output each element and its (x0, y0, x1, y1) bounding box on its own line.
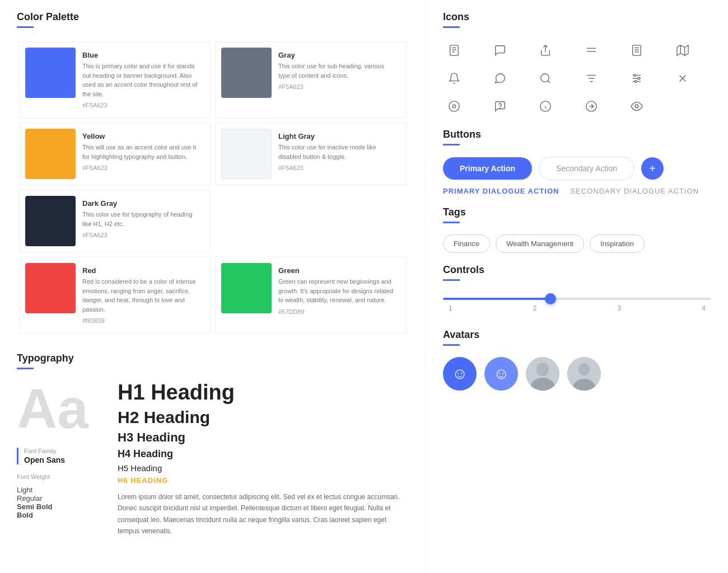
button-row: Primary Action Secondary Action + (443, 157, 711, 180)
color-name-darkgray: Dark Gray (82, 199, 198, 208)
color-swatch-green (221, 263, 272, 313)
avatars-row: ☺ ☺ (443, 357, 711, 391)
h3-heading: H3 Heading (118, 430, 409, 445)
tag-wealth-management[interactable]: Wealth Management (496, 234, 584, 253)
color-name-red: Red (82, 266, 198, 275)
font-family-item: Font Family Open Sans (17, 448, 65, 464)
color-hex-lightgray: #F5A623 (278, 165, 394, 171)
color-swatch-yellow (25, 129, 76, 179)
slider-label-3: 3 (618, 304, 622, 312)
svg-point-37 (536, 363, 549, 376)
link-row: PRIMARY DIALOGUE ACTION SECONDARY DIALOG… (443, 187, 711, 195)
share-icon[interactable] (534, 39, 557, 62)
color-swatch-blue (25, 48, 76, 98)
arrow-right-circle-icon[interactable] (580, 95, 603, 118)
slider-labels: 1 2 3 4 (443, 304, 711, 312)
message-icon[interactable] (489, 67, 511, 90)
color-info-green: Green Green can represent new beginnings… (272, 263, 400, 327)
avatar-smiley[interactable]: ☺ (484, 357, 518, 391)
svg-marker-11 (676, 45, 688, 55)
svg-point-23 (638, 77, 640, 79)
svg-point-22 (634, 74, 636, 77)
color-palette-title: Color Palette (17, 11, 409, 23)
slider-label-4: 4 (702, 304, 706, 312)
target-icon[interactable] (443, 95, 465, 118)
svg-line-15 (548, 81, 550, 83)
color-hex-red: #f83839 (82, 317, 198, 324)
font-weight-label: Font Weight (17, 473, 106, 480)
color-hex-blue: #F5A623 (82, 102, 198, 109)
h1-heading: H1 Heading (118, 381, 409, 405)
avatars-title: Avatars (443, 329, 711, 341)
tag-finance[interactable]: Finance (443, 234, 490, 253)
color-item-empty (213, 187, 409, 255)
color-swatch-gray (221, 48, 272, 98)
color-name-green: Green (278, 266, 394, 275)
primary-dialogue-button[interactable]: PRIMARY DIALOGUE ACTION (443, 187, 559, 195)
sliders-icon[interactable] (626, 67, 648, 90)
bell-icon[interactable] (443, 67, 465, 90)
controls-title: Controls (443, 264, 711, 276)
svg-rect-0 (450, 45, 459, 55)
color-info-blue: Blue This is primary color and use it fo… (76, 48, 204, 112)
chat-bubble-icon[interactable] (489, 39, 511, 62)
close-icon[interactable] (671, 67, 694, 90)
menu-icon[interactable] (580, 39, 603, 62)
avatar-photo-1[interactable] (526, 357, 559, 391)
color-hex-gray: #F5A623 (278, 83, 394, 90)
controls-section: Controls 1 2 3 4 (443, 264, 711, 318)
color-info-darkgray: Dark Gray This color use for typography … (76, 196, 204, 246)
typography-layout: Aa Font Family Open Sans Font Weight Lig… (17, 381, 409, 537)
tags-title: Tags (443, 206, 711, 218)
color-item-gray: Gray This color use for sub heading, var… (215, 41, 407, 118)
color-item-lightgray: Light Gray This color use for inactive m… (215, 123, 407, 185)
h2-heading: H2 Heading (118, 408, 409, 427)
search-icon[interactable] (534, 67, 557, 90)
color-desc-green: Green can represent new beginnings and g… (278, 277, 394, 305)
question-bubble-icon[interactable] (489, 95, 511, 118)
slider-container: 1 2 3 4 (443, 292, 711, 318)
color-item-darkgray: Dark Gray This color use for typography … (19, 190, 211, 252)
h5-heading: H5 Heading (118, 463, 409, 473)
svg-rect-7 (633, 45, 641, 55)
h6-heading: H6 HEADING (118, 476, 409, 485)
color-info-lightgray: Light Gray This color use for inactive m… (272, 129, 400, 179)
secondary-dialogue-button[interactable]: SECONDARY DIALOGUE ACTION (570, 187, 699, 195)
info-circle-icon[interactable] (534, 95, 557, 118)
document-icon[interactable] (443, 39, 465, 62)
map-icon[interactable] (671, 39, 694, 62)
document-text-icon[interactable] (626, 39, 648, 62)
primary-action-button[interactable]: Primary Action (443, 157, 532, 180)
font-weight-light: Light (17, 486, 106, 494)
color-info-yellow: Yellow This will use as an accent color … (76, 129, 204, 179)
avatar-photo-svg-1 (526, 357, 559, 391)
secondary-action-button[interactable]: Secondary Action (539, 157, 634, 180)
color-palette-section: Color Palette Blue This is primary color… (17, 11, 409, 336)
color-hex-yellow: #F5A623 (82, 165, 198, 171)
color-info-gray: Gray This color use for sub heading, var… (272, 48, 400, 112)
eye-icon[interactable] (626, 95, 648, 118)
color-name-gray: Gray (278, 51, 394, 59)
svg-point-35 (635, 105, 638, 108)
ghost-icon: ☺ (452, 365, 468, 383)
add-icon-button[interactable]: + (641, 157, 664, 180)
avatar-photo-2[interactable] (567, 357, 601, 391)
color-desc-yellow: This will use as an accent color and use… (82, 143, 198, 161)
icons-section: Icons (443, 11, 711, 118)
tag-inspiration[interactable]: Inspiration (590, 234, 645, 253)
svg-point-24 (634, 81, 637, 83)
icons-title: Icons (443, 11, 711, 23)
color-palette-underline (17, 26, 34, 28)
color-hex-darkgray: #F5A623 (82, 232, 198, 238)
slider-thumb[interactable] (545, 293, 556, 304)
typography-underline (17, 368, 34, 369)
typography-headings: H1 Heading H2 Heading H3 Heading H4 Head… (118, 381, 409, 537)
type-sample: Aa (17, 381, 106, 436)
body-text: Lorem ipsum dolor sit amet, consectetur … (118, 491, 409, 537)
color-item-blue: Blue This is primary color and use it fo… (19, 41, 211, 118)
filter-icon[interactable] (580, 67, 603, 90)
avatar-ghost[interactable]: ☺ (443, 357, 477, 391)
color-swatch-darkgray (25, 196, 76, 246)
slider-fill (443, 298, 550, 300)
font-weight-section: Font Weight Light Regular Semi Bold Bold (17, 473, 106, 519)
